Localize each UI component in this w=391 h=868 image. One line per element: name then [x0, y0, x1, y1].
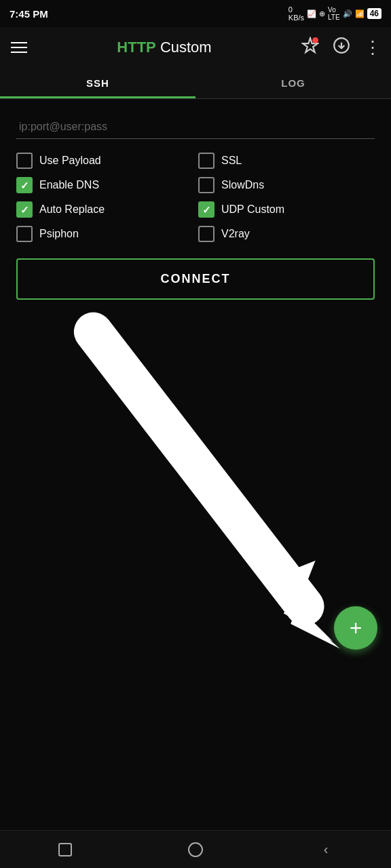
checkbox-slow-dns-label: SlowDns [221, 179, 264, 191]
checkbox-udp-custom-label: UDP Custom [221, 203, 284, 216]
tabs-container: SSH LOG [0, 68, 391, 99]
nav-back-icon: ‹ [324, 842, 329, 857]
checkbox-psiphon-box[interactable] [16, 226, 33, 242]
app-title-rest: Custom [156, 39, 212, 56]
activity-icon: 📈 [307, 9, 316, 18]
checkbox-use-payload-box[interactable] [16, 153, 33, 169]
nav-back-button[interactable]: ‹ [309, 833, 343, 867]
fab-add-button[interactable]: + [334, 606, 377, 650]
status-right-icons: 0KB/s 📈 ⊕ VoLTE 🔊 📶 46 [288, 5, 381, 22]
checkbox-auto-replace[interactable]: Auto Replace [16, 201, 193, 218]
app-bar-actions: ⋮ [301, 37, 380, 58]
checkbox-ssl[interactable]: SSL [198, 153, 375, 169]
checkbox-slow-dns[interactable]: SlowDns [198, 177, 375, 193]
app-title-http: HTTP [117, 39, 155, 56]
menu-button[interactable] [11, 42, 27, 53]
location-icon: ⊕ [319, 9, 325, 18]
checkbox-psiphon-label: Psiphon [39, 228, 79, 240]
svg-line-3 [93, 332, 305, 606]
checkbox-ssl-box[interactable] [198, 153, 215, 169]
arrow-indicator [0, 311, 391, 677]
arrow-area: + [0, 311, 391, 677]
status-time: 7:45 PM [10, 8, 48, 20]
download-button[interactable] [333, 37, 350, 58]
checkbox-enable-dns[interactable]: Enable DNS [16, 177, 193, 193]
more-options-button[interactable]: ⋮ [364, 37, 380, 58]
checkbox-use-payload-label: Use Payload [39, 155, 101, 167]
nav-bar: ‹ [0, 830, 391, 868]
signal-icon: 🔊 [343, 9, 352, 18]
app-bar: HTTP Custom ⋮ [0, 27, 391, 68]
vo-lte-icon: VoLTE [328, 6, 340, 21]
svg-point-0 [312, 37, 318, 43]
checkbox-auto-replace-box[interactable] [16, 201, 33, 218]
tab-log[interactable]: LOG [196, 68, 391, 98]
checkbox-psiphon[interactable]: Psiphon [16, 226, 193, 242]
battery-icon: 46 [367, 8, 381, 19]
status-bar: 7:45 PM 0KB/s 📈 ⊕ VoLTE 🔊 📶 46 [0, 0, 391, 27]
checkbox-udp-custom-box[interactable] [198, 201, 215, 218]
data-speed-icon: 0KB/s [288, 5, 304, 22]
checkbox-auto-replace-label: Auto Replace [39, 203, 105, 216]
nav-recent-button[interactable] [48, 833, 82, 867]
app-title: HTTP Custom [117, 39, 211, 56]
checkbox-slow-dns-box[interactable] [198, 177, 215, 193]
main-content: Use Payload SSL Enable DNS SlowDns Auto … [0, 99, 391, 311]
checkbox-enable-dns-label: Enable DNS [39, 179, 99, 191]
ssh-input-container [16, 115, 375, 139]
checkbox-udp-custom[interactable]: UDP Custom [198, 201, 375, 218]
star-button[interactable] [301, 37, 319, 58]
checkbox-enable-dns-box[interactable] [16, 177, 33, 193]
nav-home-icon [188, 842, 203, 857]
checkbox-v2ray-label: V2ray [221, 228, 250, 240]
ssh-input[interactable] [16, 115, 375, 139]
checkboxes-grid: Use Payload SSL Enable DNS SlowDns Auto … [16, 153, 375, 242]
checkbox-ssl-label: SSL [221, 155, 242, 167]
nav-home-button[interactable] [179, 833, 212, 867]
checkbox-v2ray[interactable]: V2ray [198, 226, 375, 242]
checkbox-use-payload[interactable]: Use Payload [16, 153, 193, 169]
nav-recent-icon [58, 843, 72, 856]
signal-bars-icon: 📶 [355, 9, 365, 18]
fab-plus-icon: + [350, 616, 362, 641]
tab-ssh[interactable]: SSH [0, 68, 196, 98]
checkbox-v2ray-box[interactable] [198, 226, 215, 242]
connect-button[interactable]: CONNECT [16, 258, 375, 300]
